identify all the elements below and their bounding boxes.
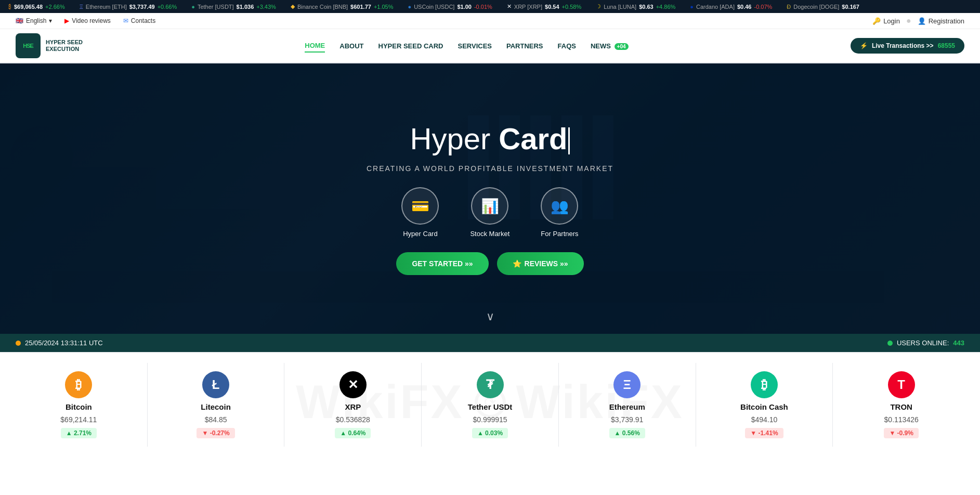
get-started-button[interactable]: GET STARTED »»	[396, 252, 488, 275]
login-icon: 🔑	[872, 17, 881, 25]
ltc-logo: Ł	[202, 371, 229, 398]
xrp-change-ticker: +0.58%	[562, 4, 582, 10]
ticker-item-bnb: ◆ Binance Coin [BNB] $601.77 +1.05%	[291, 3, 394, 10]
video-reviews-link[interactable]: ▶ Video reviews	[64, 17, 110, 24]
ltc-card-name: Litecoin	[201, 402, 231, 411]
contacts-link[interactable]: ✉ Contacts	[123, 17, 155, 24]
xrp-card-name: XRP	[345, 402, 361, 411]
flag-icon: 🇬🇧	[16, 17, 23, 24]
usdc-price: $1.00	[457, 4, 472, 10]
news-badge: +04	[615, 43, 629, 50]
login-link[interactable]: 🔑 Login	[872, 17, 900, 25]
hero-icons: 💳 Hyper Card 📊 Stock Market 👥 For Partne…	[401, 187, 578, 238]
ada-price: $0.46	[737, 4, 752, 10]
nav-news[interactable]: NEWS +04	[591, 40, 629, 52]
reviews-label: REVIEWS »»	[525, 259, 568, 268]
ticker-item-usdc: ● USCoin [USDC] $1.00 -0.01%	[408, 4, 492, 10]
bnb-change: +1.05%	[374, 4, 394, 10]
bch-card-name: Bitcoin Cash	[740, 402, 788, 411]
usdt-change: +3.43%	[256, 4, 276, 10]
crypto-card-bch[interactable]: ₿ Bitcoin Cash $494.10 ▼ -1.41%	[696, 363, 833, 447]
nav-about[interactable]: ABOUT	[339, 40, 363, 52]
xrp-label-ticker: ✕	[507, 3, 512, 10]
trx-card-change: ▼ -0.9%	[884, 428, 919, 438]
usdt-name: Tether [USDT]	[198, 4, 234, 10]
bnb-label: ◆	[291, 3, 295, 10]
hero-icon-hyper-card[interactable]: 💳 Hyper Card	[401, 187, 439, 238]
ticker-content: ₿ $69,065.48 +2.66% Ξ Ethereum [ETH] $3,…	[0, 3, 868, 10]
bch-logo: ₿	[751, 371, 778, 398]
crypto-card-usdt[interactable]: ₮ Tether USDt $0.999915 ▲ 0.03%	[422, 363, 559, 447]
ticker-bar: ₿ $69,065.48 +2.66% Ξ Ethereum [ETH] $3,…	[0, 0, 980, 13]
hero-title-bold: Card	[499, 122, 567, 155]
usdc-name: USCoin [USDC]	[414, 4, 454, 10]
eth-card-name: Ethereum	[609, 402, 645, 411]
auth-links: 🔑 Login ● 👤 Registration	[872, 16, 964, 25]
crypto-card-trx[interactable]: T TRON $0.113426 ▼ -0.9%	[833, 363, 970, 447]
ada-change: -0.07%	[754, 4, 772, 10]
btc-label: ₿	[8, 4, 11, 10]
xrp-card-price: $0.536828	[336, 415, 370, 424]
datetime-dot	[16, 341, 21, 346]
nav-hyper-seed-card[interactable]: HYPER SEED CARD	[378, 40, 443, 52]
luna-name: Luna [LUNA]	[604, 4, 636, 10]
doge-price: $0.167	[842, 4, 859, 10]
utility-left: 🇬🇧 English ▾ ▶ Video reviews ✉ Contacts	[16, 17, 155, 24]
btc-price: $69,065.48	[14, 4, 43, 10]
logo[interactable]: HSE HYPER SEED EXECUTION	[16, 33, 83, 58]
status-right: USERS ONLINE: 443	[887, 339, 964, 347]
status-left: 25/05/2024 13:31:11 UTC	[16, 339, 103, 347]
video-icon: ▶	[64, 17, 69, 24]
live-transactions-button[interactable]: ⚡ Live Transactions >> 68555	[851, 38, 964, 54]
usdt-logo: ₮	[477, 371, 504, 398]
crypto-card-eth[interactable]: Ξ Ethereum $3,739.91 ▲ 0.56%	[559, 363, 696, 447]
crypto-card-ltc[interactable]: Ł Litecoin $84.85 ▼ -0.27%	[148, 363, 285, 447]
luna-change: +4.86%	[656, 4, 676, 10]
doge-label: Ð	[787, 4, 791, 10]
usdt-card-price: $0.999915	[473, 415, 507, 424]
logo-line2: EXECUTION	[46, 46, 83, 53]
auth-separator: ●	[906, 16, 911, 25]
crypto-card-btc[interactable]: ₿ Bitcoin $69,214.11 ▲ 2.71%	[10, 363, 148, 447]
xrp-name-ticker: XRP [XRP]	[514, 4, 542, 10]
doge-name: Dogecoin [DOGE]	[793, 4, 839, 10]
logo-icon: HSE	[16, 33, 41, 58]
hero-title-normal: Hyper	[410, 122, 499, 155]
hero-content: Hyper Card CREATING A WORLD PROFITABLE I…	[367, 122, 613, 276]
logo-text: HYPER SEED EXECUTION	[46, 39, 83, 53]
nav-faqs[interactable]: FAQS	[558, 40, 576, 52]
nav-home[interactable]: HOME	[305, 40, 325, 53]
btc-card-name: Bitcoin	[66, 402, 92, 411]
nav-partners[interactable]: PARTNERS	[506, 40, 543, 52]
crypto-card-xrp[interactable]: ✕ XRP $0.536828 ▲ 0.64%	[284, 363, 422, 447]
hero-icon-for-partners[interactable]: 👥 For Partners	[541, 187, 578, 238]
utility-bar: 🇬🇧 English ▾ ▶ Video reviews ✉ Contacts …	[0, 13, 980, 29]
users-count: 443	[953, 339, 964, 347]
ticker-item-btc: ₿ $69,065.48 +2.66%	[8, 4, 65, 10]
hero-icon-stock-market[interactable]: 📊 Stock Market	[470, 187, 509, 238]
live-tx-label: Live Transactions >>	[872, 42, 934, 49]
logo-initials: HSE	[23, 43, 33, 49]
hero-cursor	[568, 127, 570, 154]
video-reviews-label: Video reviews	[72, 17, 110, 24]
nav-links: HOME ABOUT HYPER SEED CARD SERVICES PART…	[305, 40, 628, 53]
btc-logo: ₿	[65, 371, 92, 398]
nav-services[interactable]: SERVICES	[458, 40, 492, 52]
ticker-item-doge: Ð Dogecoin [DOGE] $0.167	[787, 4, 859, 10]
ada-name: Cardano [ADA]	[696, 4, 735, 10]
reviews-button[interactable]: ⭐ REVIEWS »»	[497, 252, 584, 275]
registration-link[interactable]: 👤 Registration	[918, 17, 964, 25]
hero-buttons: GET STARTED »» ⭐ REVIEWS »»	[396, 252, 583, 275]
ticker-item-luna: ☽ Luna [LUNA] $0.63 +4.86%	[596, 3, 675, 10]
scroll-down-indicator[interactable]: ∨	[486, 310, 494, 323]
trx-card-price: $0.113426	[884, 415, 919, 424]
dropdown-icon: ▾	[49, 17, 52, 24]
ltc-card-change: ▼ -0.27%	[197, 428, 234, 438]
luna-price: $0.63	[639, 4, 654, 10]
ticker-item-xrp: ✕ XRP [XRP] $0.54 +0.58%	[507, 3, 581, 10]
btc-change: +2.66%	[45, 4, 65, 10]
hero-card-label: Hyper Card	[403, 230, 437, 238]
language-label: English	[26, 17, 46, 24]
xrp-price-ticker: $0.54	[545, 4, 559, 10]
language-selector[interactable]: 🇬🇧 English ▾	[16, 17, 52, 24]
